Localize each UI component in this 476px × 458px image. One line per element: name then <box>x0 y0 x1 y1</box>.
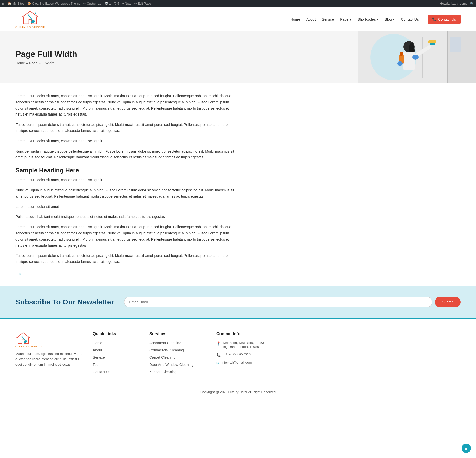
list-item: About <box>93 348 139 352</box>
list-item: Apartment Cleaning <box>149 341 206 345</box>
nav-contact[interactable]: Contact Us <box>401 17 419 21</box>
footer-logo-text: CLEANING SERVICE <box>15 345 42 348</box>
svg-rect-12 <box>430 43 435 45</box>
content-para-8: Pellentesque habitant morbi tristique se… <box>15 214 237 220</box>
main-content: Lorem ipsum dolor sit amet, consectetur … <box>0 83 252 286</box>
quick-links-heading: Quick Links <box>93 332 139 336</box>
admin-bar: ⊞ 🏠 My Sites 🎨 Cleaning Expert Wordpress… <box>0 0 476 7</box>
list-item: Home <box>93 341 139 345</box>
footer-grid: CLEANING SERVICE Mauris dui diam, egesta… <box>15 332 461 377</box>
nav-about[interactable]: About <box>306 17 316 21</box>
phone-number: + 1(902)-720-7016 <box>223 352 251 356</box>
location-icon: 📍 <box>216 341 221 346</box>
customize-link[interactable]: ✏ Customize <box>83 2 101 5</box>
service-carpet-link[interactable]: Carpet Cleaning <box>149 355 175 359</box>
content-para-1: Lorem ipsum dolor sit amet, consectetur … <box>15 93 237 118</box>
breadcrumb: Home – Page Full Width <box>15 61 77 65</box>
list-item: Contact Us <box>93 370 139 374</box>
services-heading: Services <box>149 332 206 336</box>
contact-info-heading: Contact Info <box>216 332 283 336</box>
newsletter-form: Submit <box>124 297 461 307</box>
content-para-2: Fusce Lorem ipsum dolor sit amet, consec… <box>15 122 237 134</box>
footer-copyright: Copyright @ 2023 Luxury Hotel All Right … <box>15 385 461 394</box>
theme-link[interactable]: 🎨 Cleaning Expert Wordpress Theme <box>27 2 80 5</box>
svg-point-16 <box>397 61 403 66</box>
page-title: Page Full Width <box>15 49 77 59</box>
footer-contact-link[interactable]: Contact Us <box>93 370 110 374</box>
site-footer: CLEANING SERVICE Mauris dui diam, egesta… <box>0 319 476 399</box>
list-item: Door And Window Cleaning <box>149 363 206 367</box>
howdy-user: Howdy, luzuk_demo <box>440 2 468 5</box>
footer-about-link[interactable]: About <box>93 348 102 352</box>
footer-brand: CLEANING SERVICE Mauris dui diam, egesta… <box>15 332 82 377</box>
footer-quick-links: Quick Links Home About Service Team Cont… <box>93 332 139 377</box>
new-link[interactable]: + New <box>122 2 131 5</box>
service-apartment-link[interactable]: Apartment Cleaning <box>149 341 181 345</box>
svg-rect-14 <box>400 52 403 56</box>
nav-blog[interactable]: Blog ▾ <box>385 17 395 21</box>
footer-home-link[interactable]: Home <box>93 341 102 345</box>
newsletter-heading: Subscribe To Our Newsletter <box>15 298 114 306</box>
site-logo[interactable]: ✦ CLEANING SERVICE <box>15 10 45 29</box>
nav-home[interactable]: Home <box>291 17 300 21</box>
list-item: Commercial Cleaning <box>149 348 206 352</box>
hero-images <box>358 31 476 83</box>
quick-links-list: Home About Service Team Contact Us <box>93 341 139 374</box>
svg-rect-19 <box>450 37 461 52</box>
email-item: ✉ infomail@email.com <box>216 360 283 365</box>
service-door-link[interactable]: Door And Window Cleaning <box>149 363 193 367</box>
comments-link[interactable]: 💬 1 🗨 5 <box>105 2 119 5</box>
svg-rect-6 <box>422 37 423 78</box>
my-sites-link[interactable]: 🏠 My Sites <box>8 2 24 5</box>
submit-button[interactable]: Submit <box>435 297 461 307</box>
edit-page-link[interactable]: ✏ Edit Page <box>134 2 151 5</box>
page-header: Page Full Width Home – Page Full Width <box>0 31 476 83</box>
address-line-1: Delanson, New York, 12053 <box>223 341 264 345</box>
list-item: Team <box>93 363 139 367</box>
address-line-2: Big-Ban, London, 12986 <box>223 345 264 349</box>
footer-team-link[interactable]: Team <box>93 363 101 367</box>
email-input[interactable] <box>124 297 432 307</box>
footer-contact-info: Contact Info 📍 Delanson, New York, 12053… <box>216 332 283 377</box>
nav-service[interactable]: Service <box>322 17 334 21</box>
service-kitchen-link[interactable]: Kitchen Cleaning <box>149 370 177 374</box>
page-header-text: Page Full Width Home – Page Full Width <box>15 49 77 65</box>
address-item: 📍 Delanson, New York, 12053 Big-Ban, Lon… <box>216 341 283 349</box>
content-para-6: Nunc vel ligula in augue tristique pelle… <box>15 187 237 200</box>
email-address: infomail@email.com <box>222 360 252 364</box>
wp-logo[interactable]: ⊞ <box>2 2 5 5</box>
sample-heading: Sample Heading Here <box>15 167 237 174</box>
service-commercial-link[interactable]: Commercial Cleaning <box>149 348 184 352</box>
phone-icon: 📞 <box>216 353 221 357</box>
list-item: Kitchen Cleaning <box>149 370 206 374</box>
search-icon[interactable]: 🔍 <box>470 2 474 5</box>
footer-service-link[interactable]: Service <box>93 355 105 359</box>
list-item: Carpet Cleaning <box>149 355 206 359</box>
content-para-10: Fusce Lorem ipsum dolor sit amet, consec… <box>15 253 237 265</box>
newsletter-section: Subscribe To Our Newsletter Submit <box>0 286 476 318</box>
list-item: Service <box>93 355 139 359</box>
logo-text: CLEANING SERVICE <box>15 26 45 29</box>
site-header: ✦ CLEANING SERVICE Home About Service Pa… <box>0 7 476 31</box>
nav-shortcodes[interactable]: Shortcodes ▾ <box>358 17 379 21</box>
edit-link[interactable]: Edit <box>15 272 21 276</box>
phone-item: 📞 + 1(902)-720-7016 <box>216 352 283 357</box>
content-para-4: Nunc vel ligula in augue tristique pelle… <box>15 148 237 161</box>
email-icon: ✉ <box>216 361 219 365</box>
svg-text:✦: ✦ <box>34 12 37 15</box>
svg-rect-9 <box>403 52 415 70</box>
services-list: Apartment Cleaning Commercial Cleaning C… <box>149 341 206 374</box>
svg-rect-11 <box>428 40 436 43</box>
nav-page[interactable]: Page ▾ <box>340 17 351 21</box>
footer-description: Mauris dui diam, egestas sed maximus vit… <box>15 351 82 367</box>
phone-icon: 📞 <box>432 17 437 21</box>
footer-services: Services Apartment Cleaning Commercial C… <box>149 332 206 377</box>
svg-point-15 <box>412 55 419 60</box>
content-para-5: Lorem ipsum dolor sit amet, consectetur … <box>15 177 237 183</box>
main-nav: Home About Service Page ▾ Shortcodes ▾ B… <box>291 15 461 24</box>
content-para-3: Lorem ipsum dolor sit amet, consectetur … <box>15 138 237 144</box>
contact-us-button[interactable]: 📞 Contact Us <box>428 15 461 24</box>
content-para-9: Lorem ipsum dolor sit amet, consectetur … <box>15 224 237 249</box>
content-para-7: Lorem ipsum dolor sit amet <box>15 204 237 210</box>
